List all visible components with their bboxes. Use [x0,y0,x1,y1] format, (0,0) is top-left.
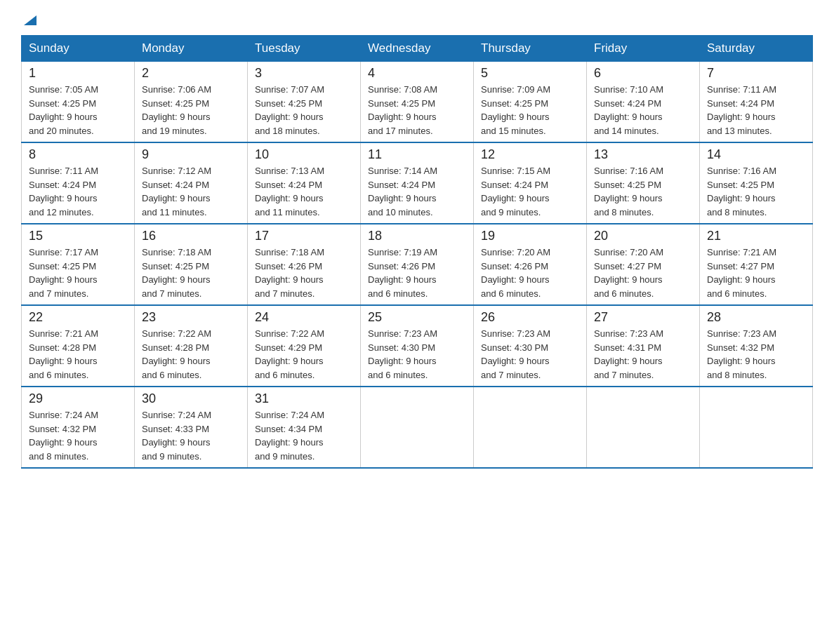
day-number: 24 [255,310,353,325]
day-info: Sunrise: 7:23 AM Sunset: 4:32 PM Dayligh… [707,327,805,382]
day-info: Sunrise: 7:19 AM Sunset: 4:26 PM Dayligh… [368,246,466,300]
calendar-cell: 7 Sunrise: 7:11 AM Sunset: 4:24 PM Dayli… [700,62,813,143]
calendar-cell: 29 Sunrise: 7:24 AM Sunset: 4:32 PM Dayl… [22,387,135,468]
calendar-cell: 30 Sunrise: 7:24 AM Sunset: 4:33 PM Dayl… [135,387,248,468]
calendar-cell: 6 Sunrise: 7:10 AM Sunset: 4:24 PM Dayli… [587,62,700,143]
day-number: 19 [481,229,579,243]
logo [21,14,38,28]
header-thursday: Thursday [474,36,587,62]
day-number: 20 [594,229,692,243]
day-info: Sunrise: 7:17 AM Sunset: 4:25 PM Dayligh… [29,246,127,300]
page-header [21,14,813,28]
day-info: Sunrise: 7:22 AM Sunset: 4:28 PM Dayligh… [142,327,240,382]
calendar-cell: 4 Sunrise: 7:08 AM Sunset: 4:25 PM Dayli… [361,62,474,143]
header-wednesday: Wednesday [361,36,474,62]
calendar-cell: 8 Sunrise: 7:11 AM Sunset: 4:24 PM Dayli… [22,142,135,224]
day-number: 5 [481,66,579,81]
day-number: 17 [255,229,353,243]
day-number: 2 [142,66,240,81]
day-number: 11 [368,147,466,162]
calendar-cell [361,387,474,468]
day-number: 26 [481,310,579,325]
day-number: 6 [594,66,692,81]
calendar-cell: 24 Sunrise: 7:22 AM Sunset: 4:29 PM Dayl… [248,305,361,387]
day-info: Sunrise: 7:16 AM Sunset: 4:25 PM Dayligh… [594,164,692,219]
calendar-cell [474,387,587,468]
day-info: Sunrise: 7:24 AM Sunset: 4:34 PM Dayligh… [255,408,353,463]
day-info: Sunrise: 7:24 AM Sunset: 4:33 PM Dayligh… [142,408,240,463]
header-tuesday: Tuesday [248,36,361,62]
day-number: 4 [368,66,466,81]
day-number: 18 [368,229,466,243]
day-info: Sunrise: 7:20 AM Sunset: 4:26 PM Dayligh… [481,246,579,300]
day-number: 15 [29,229,127,243]
calendar-body: 1 Sunrise: 7:05 AM Sunset: 4:25 PM Dayli… [22,62,813,469]
calendar-week-row: 29 Sunrise: 7:24 AM Sunset: 4:32 PM Dayl… [22,387,813,468]
calendar-cell [700,387,813,468]
header-saturday: Saturday [700,36,813,62]
day-info: Sunrise: 7:18 AM Sunset: 4:26 PM Dayligh… [255,246,353,300]
calendar-cell: 22 Sunrise: 7:21 AM Sunset: 4:28 PM Dayl… [22,305,135,387]
day-info: Sunrise: 7:07 AM Sunset: 4:25 PM Dayligh… [255,83,353,137]
day-info: Sunrise: 7:09 AM Sunset: 4:25 PM Dayligh… [481,83,579,137]
day-info: Sunrise: 7:11 AM Sunset: 4:24 PM Dayligh… [707,83,805,137]
calendar-cell: 16 Sunrise: 7:18 AM Sunset: 4:25 PM Dayl… [135,224,248,305]
day-info: Sunrise: 7:06 AM Sunset: 4:25 PM Dayligh… [142,83,240,137]
day-number: 22 [29,310,127,325]
calendar-cell: 2 Sunrise: 7:06 AM Sunset: 4:25 PM Dayli… [135,62,248,143]
day-number: 16 [142,229,240,243]
day-number: 14 [707,147,805,162]
day-number: 21 [707,229,805,243]
calendar-cell: 19 Sunrise: 7:20 AM Sunset: 4:26 PM Dayl… [474,224,587,305]
day-number: 1 [29,66,127,81]
calendar-cell [587,387,700,468]
calendar-cell: 14 Sunrise: 7:16 AM Sunset: 4:25 PM Dayl… [700,142,813,224]
day-number: 12 [481,147,579,162]
day-info: Sunrise: 7:20 AM Sunset: 4:27 PM Dayligh… [594,246,692,300]
day-info: Sunrise: 7:16 AM Sunset: 4:25 PM Dayligh… [707,164,805,219]
calendar-week-row: 1 Sunrise: 7:05 AM Sunset: 4:25 PM Dayli… [22,62,813,143]
svg-marker-0 [24,15,37,25]
calendar-cell: 9 Sunrise: 7:12 AM Sunset: 4:24 PM Dayli… [135,142,248,224]
day-info: Sunrise: 7:23 AM Sunset: 4:30 PM Dayligh… [481,327,579,382]
calendar-cell: 13 Sunrise: 7:16 AM Sunset: 4:25 PM Dayl… [587,142,700,224]
calendar-cell: 31 Sunrise: 7:24 AM Sunset: 4:34 PM Dayl… [248,387,361,468]
day-info: Sunrise: 7:11 AM Sunset: 4:24 PM Dayligh… [29,164,127,219]
day-number: 23 [142,310,240,325]
calendar-cell: 21 Sunrise: 7:21 AM Sunset: 4:27 PM Dayl… [700,224,813,305]
day-info: Sunrise: 7:23 AM Sunset: 4:30 PM Dayligh… [368,327,466,382]
day-info: Sunrise: 7:05 AM Sunset: 4:25 PM Dayligh… [29,83,127,137]
header-row: Sunday Monday Tuesday Wednesday Thursday… [22,36,813,62]
header-sunday: Sunday [22,36,135,62]
calendar-week-row: 8 Sunrise: 7:11 AM Sunset: 4:24 PM Dayli… [22,142,813,224]
calendar-cell: 12 Sunrise: 7:15 AM Sunset: 4:24 PM Dayl… [474,142,587,224]
day-info: Sunrise: 7:23 AM Sunset: 4:31 PM Dayligh… [594,327,692,382]
day-number: 3 [255,66,353,81]
day-info: Sunrise: 7:22 AM Sunset: 4:29 PM Dayligh… [255,327,353,382]
day-info: Sunrise: 7:12 AM Sunset: 4:24 PM Dayligh… [142,164,240,219]
day-number: 30 [142,391,240,406]
calendar-cell: 17 Sunrise: 7:18 AM Sunset: 4:26 PM Dayl… [248,224,361,305]
header-monday: Monday [135,36,248,62]
day-number: 29 [29,391,127,406]
calendar-cell: 3 Sunrise: 7:07 AM Sunset: 4:25 PM Dayli… [248,62,361,143]
day-info: Sunrise: 7:10 AM Sunset: 4:24 PM Dayligh… [594,83,692,137]
calendar-cell: 5 Sunrise: 7:09 AM Sunset: 4:25 PM Dayli… [474,62,587,143]
calendar-cell: 23 Sunrise: 7:22 AM Sunset: 4:28 PM Dayl… [135,305,248,387]
day-number: 7 [707,66,805,81]
day-info: Sunrise: 7:14 AM Sunset: 4:24 PM Dayligh… [368,164,466,219]
calendar-cell: 1 Sunrise: 7:05 AM Sunset: 4:25 PM Dayli… [22,62,135,143]
day-info: Sunrise: 7:21 AM Sunset: 4:28 PM Dayligh… [29,327,127,382]
day-number: 27 [594,310,692,325]
calendar-cell: 15 Sunrise: 7:17 AM Sunset: 4:25 PM Dayl… [22,224,135,305]
day-number: 25 [368,310,466,325]
day-number: 8 [29,147,127,162]
calendar-week-row: 15 Sunrise: 7:17 AM Sunset: 4:25 PM Dayl… [22,224,813,305]
calendar-cell: 26 Sunrise: 7:23 AM Sunset: 4:30 PM Dayl… [474,305,587,387]
calendar-week-row: 22 Sunrise: 7:21 AM Sunset: 4:28 PM Dayl… [22,305,813,387]
calendar-cell: 20 Sunrise: 7:20 AM Sunset: 4:27 PM Dayl… [587,224,700,305]
day-info: Sunrise: 7:08 AM Sunset: 4:25 PM Dayligh… [368,83,466,137]
day-info: Sunrise: 7:15 AM Sunset: 4:24 PM Dayligh… [481,164,579,219]
day-info: Sunrise: 7:21 AM Sunset: 4:27 PM Dayligh… [707,246,805,300]
day-info: Sunrise: 7:18 AM Sunset: 4:25 PM Dayligh… [142,246,240,300]
